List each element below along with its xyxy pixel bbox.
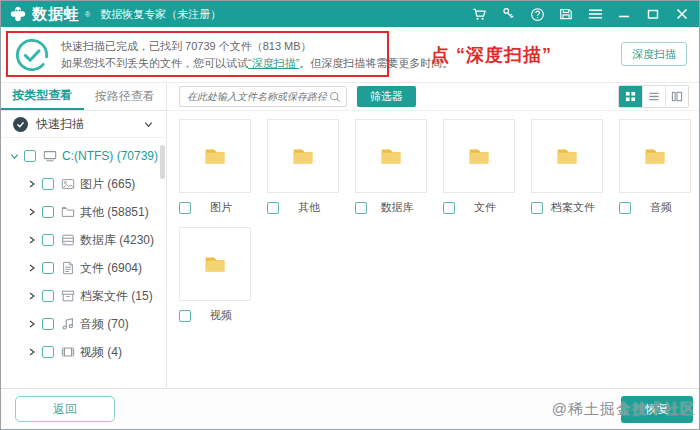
tree-node-audio[interactable]: 音频 (70) [1,310,166,338]
cart-icon[interactable] [468,4,490,24]
folder-label: 档案文件 [543,200,603,215]
checkbox[interactable] [42,206,54,218]
tab-view-by-type[interactable]: 按类型查看 [1,83,84,110]
tree-node-database[interactable]: 数据库 (4230) [1,226,166,254]
grid-item-audio: 音频 [619,119,691,215]
maximize-icon[interactable] [642,4,664,24]
frog-logo-icon [9,5,27,23]
checkbox[interactable] [42,262,54,274]
deep-scan-button[interactable]: 深度扫描 [621,42,687,66]
checkbox[interactable] [443,202,455,214]
tree-node-label: 音频 (70) [80,316,129,333]
checkbox[interactable] [179,310,191,322]
list-view-icon[interactable] [642,86,665,107]
search-box[interactable] [179,86,347,107]
tree-node-label: 数据库 (4230) [80,232,154,249]
tree-node-files[interactable]: 文件 (6904) [1,254,166,282]
app-window: 数据蛙 ® 数据恢复专家（未注册） [0,0,700,430]
folder-icon [640,141,670,171]
save-icon[interactable] [555,4,577,24]
tree-node-images[interactable]: 图片 (665) [1,170,166,198]
tree-node-drive-c[interactable]: C:(NTFS) (70739) [1,142,166,170]
folder-icon [552,141,582,171]
folder-card[interactable] [443,119,515,193]
chevron-right-icon[interactable] [27,235,37,245]
folder-card[interactable] [267,119,339,193]
tree-node-video[interactable]: 视频 (4) [1,338,166,366]
folder-card[interactable] [531,119,603,193]
scan-result-banner: 快速扫描已完成，已找到 70739 个文件（813 MB） 如果您找不到丢失的文… [1,27,699,83]
chevron-right-icon[interactable] [27,263,37,273]
grid-item-database: 数据库 [355,119,427,215]
checkbox[interactable] [267,202,279,214]
audio-icon [60,317,75,332]
tree-node-label: 文件 (6904) [80,260,142,277]
drive-icon [42,149,57,164]
chevron-down-icon[interactable] [9,151,19,161]
checkbox[interactable] [42,318,54,330]
sidebar-scrollbar[interactable] [160,145,165,179]
search-input[interactable] [187,91,329,102]
tree-node-archives[interactable]: 档案文件 (15) [1,282,166,310]
grid-item-video: 视频 [179,227,251,323]
view-tabs: 按类型查看 按路径查看 [1,83,166,111]
checkbox[interactable] [42,234,54,246]
grid-view-icon[interactable] [619,86,642,107]
scan-hint-line: 如果您找不到丢失的文件，您可以试试“深度扫描”。但深度扫描将需要更多时间。 [61,55,453,72]
help-icon[interactable] [526,4,548,24]
folder-icon [200,141,230,171]
checkbox[interactable] [531,202,543,214]
deep-scan-link[interactable]: “深度扫描” [248,57,299,69]
scan-mode-selector[interactable]: 快速扫描 [1,111,166,138]
checkbox[interactable] [24,150,36,162]
checkbox[interactable] [42,178,54,190]
recover-button[interactable]: 恢复 [621,396,693,423]
folder-card[interactable] [179,227,251,301]
archive-icon [60,289,75,304]
folder-card[interactable] [619,119,691,193]
grid-item-files: 文件 [443,119,515,215]
checkbox[interactable] [355,202,367,214]
app-name: 数据蛙 [32,5,80,24]
chevron-right-icon[interactable] [27,319,37,329]
folder-label: 音频 [631,200,691,215]
search-icon[interactable] [329,91,341,103]
registered-mark: ® [85,11,90,18]
folder-icon [464,141,494,171]
grid-item-archives: 档案文件 [531,119,603,215]
scan-summary-line: 快速扫描已完成，已找到 70739 个文件（813 MB） [61,38,453,55]
menu-icon[interactable] [584,4,606,24]
chevron-right-icon[interactable] [27,291,37,301]
preview-pane-icon[interactable] [665,86,688,107]
chevron-right-icon[interactable] [27,207,37,217]
tree-node-other[interactable]: 其他 (58851) [1,198,166,226]
checkbox[interactable] [42,290,54,302]
file-type-tree: C:(NTFS) (70739) 图片 (665) [1,138,166,388]
chevron-down-icon[interactable] [143,119,153,129]
key-icon[interactable] [497,4,519,24]
title-bar: 数据蛙 ® 数据恢复专家（未注册） [1,1,699,27]
minimize-icon[interactable] [613,4,635,24]
grid-item-other: 其他 [267,119,339,215]
chevron-right-icon[interactable] [27,347,37,357]
folder-icon [200,249,230,279]
close-icon[interactable] [671,4,693,24]
content-toolbar: 筛选器 [167,83,699,111]
chevron-right-icon[interactable] [27,179,37,189]
tree-node-label: C:(NTFS) (70739) [62,149,158,163]
checkbox[interactable] [42,346,54,358]
scan-done-icon [13,117,28,132]
folder-card[interactable] [179,119,251,193]
success-check-icon [15,38,49,72]
scan-mode-label: 快速扫描 [36,116,143,133]
folder-icon [288,141,318,171]
back-button[interactable]: 返回 [15,396,115,422]
checkbox[interactable] [619,202,631,214]
main-panel: 筛选器 [167,83,699,388]
tree-node-label: 图片 (665) [80,176,135,193]
tab-view-by-path[interactable]: 按路径查看 [84,83,167,110]
filter-button[interactable]: 筛选器 [357,86,416,107]
checkbox[interactable] [179,202,191,214]
folder-card[interactable] [355,119,427,193]
folder-icon [60,205,75,220]
